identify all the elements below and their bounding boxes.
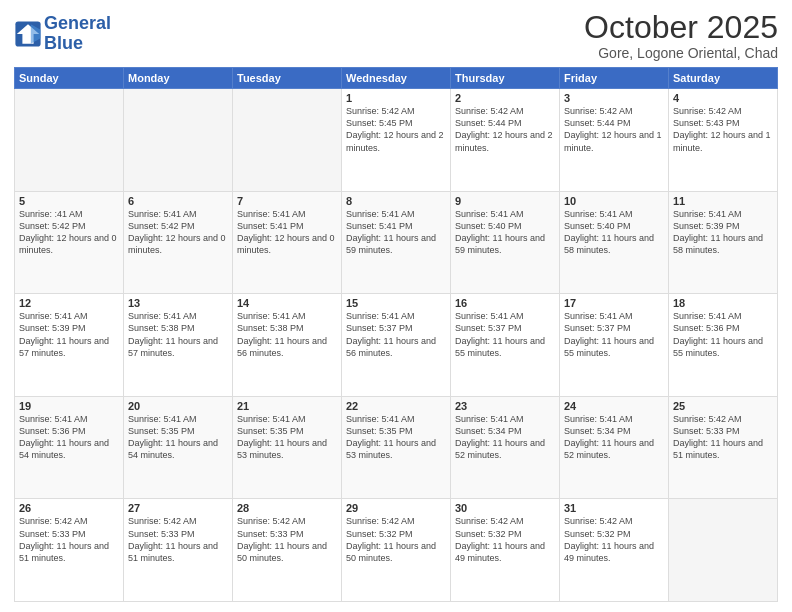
day-number: 13 [128, 297, 228, 309]
calendar-cell: 15Sunrise: 5:41 AMSunset: 5:37 PMDayligh… [342, 294, 451, 397]
day-info: Sunrise: 5:42 AMSunset: 5:43 PMDaylight:… [673, 105, 773, 154]
day-info: Sunrise: 5:41 AMSunset: 5:34 PMDaylight:… [564, 413, 664, 462]
location-title: Gore, Logone Oriental, Chad [584, 45, 778, 61]
calendar-cell: 22Sunrise: 5:41 AMSunset: 5:35 PMDayligh… [342, 396, 451, 499]
calendar-body: 1Sunrise: 5:42 AMSunset: 5:45 PMDaylight… [15, 89, 778, 602]
day-info: Sunrise: 5:42 AMSunset: 5:33 PMDaylight:… [19, 515, 119, 564]
calendar-week-5: 26Sunrise: 5:42 AMSunset: 5:33 PMDayligh… [15, 499, 778, 602]
calendar-cell: 6Sunrise: 5:41 AMSunset: 5:42 PMDaylight… [124, 191, 233, 294]
calendar-cell: 16Sunrise: 5:41 AMSunset: 5:37 PMDayligh… [451, 294, 560, 397]
day-number: 19 [19, 400, 119, 412]
calendar-cell: 24Sunrise: 5:41 AMSunset: 5:34 PMDayligh… [560, 396, 669, 499]
weekday-wednesday: Wednesday [342, 68, 451, 89]
calendar-cell: 2Sunrise: 5:42 AMSunset: 5:44 PMDaylight… [451, 89, 560, 192]
day-info: Sunrise: 5:42 AMSunset: 5:44 PMDaylight:… [564, 105, 664, 154]
day-info: Sunrise: 5:41 AMSunset: 5:37 PMDaylight:… [346, 310, 446, 359]
calendar-cell: 12Sunrise: 5:41 AMSunset: 5:39 PMDayligh… [15, 294, 124, 397]
day-info: Sunrise: 5:41 AMSunset: 5:42 PMDaylight:… [128, 208, 228, 257]
calendar-cell: 3Sunrise: 5:42 AMSunset: 5:44 PMDaylight… [560, 89, 669, 192]
calendar-cell [233, 89, 342, 192]
calendar-cell: 20Sunrise: 5:41 AMSunset: 5:35 PMDayligh… [124, 396, 233, 499]
logo-icon [14, 20, 42, 48]
calendar-cell: 10Sunrise: 5:41 AMSunset: 5:40 PMDayligh… [560, 191, 669, 294]
day-info: Sunrise: 5:42 AMSunset: 5:32 PMDaylight:… [564, 515, 664, 564]
calendar-cell: 26Sunrise: 5:42 AMSunset: 5:33 PMDayligh… [15, 499, 124, 602]
day-info: Sunrise: 5:41 AMSunset: 5:38 PMDaylight:… [237, 310, 337, 359]
day-info: Sunrise: 5:42 AMSunset: 5:33 PMDaylight:… [237, 515, 337, 564]
day-number: 9 [455, 195, 555, 207]
day-number: 31 [564, 502, 664, 514]
calendar-week-3: 12Sunrise: 5:41 AMSunset: 5:39 PMDayligh… [15, 294, 778, 397]
calendar-cell: 14Sunrise: 5:41 AMSunset: 5:38 PMDayligh… [233, 294, 342, 397]
day-info: Sunrise: 5:41 AMSunset: 5:36 PMDaylight:… [19, 413, 119, 462]
day-number: 8 [346, 195, 446, 207]
calendar-cell: 13Sunrise: 5:41 AMSunset: 5:38 PMDayligh… [124, 294, 233, 397]
day-info: Sunrise: 5:41 AMSunset: 5:41 PMDaylight:… [346, 208, 446, 257]
calendar-cell: 4Sunrise: 5:42 AMSunset: 5:43 PMDaylight… [669, 89, 778, 192]
day-number: 16 [455, 297, 555, 309]
day-number: 27 [128, 502, 228, 514]
day-number: 25 [673, 400, 773, 412]
weekday-thursday: Thursday [451, 68, 560, 89]
weekday-header-row: SundayMondayTuesdayWednesdayThursdayFrid… [15, 68, 778, 89]
day-number: 12 [19, 297, 119, 309]
page: General Blue October 2025 Gore, Logone O… [0, 0, 792, 612]
calendar-cell: 18Sunrise: 5:41 AMSunset: 5:36 PMDayligh… [669, 294, 778, 397]
calendar-cell: 23Sunrise: 5:41 AMSunset: 5:34 PMDayligh… [451, 396, 560, 499]
day-number: 15 [346, 297, 446, 309]
calendar-cell: 17Sunrise: 5:41 AMSunset: 5:37 PMDayligh… [560, 294, 669, 397]
calendar-cell [15, 89, 124, 192]
day-number: 17 [564, 297, 664, 309]
day-number: 5 [19, 195, 119, 207]
calendar-table: SundayMondayTuesdayWednesdayThursdayFrid… [14, 67, 778, 602]
day-number: 30 [455, 502, 555, 514]
day-info: Sunrise: 5:41 AMSunset: 5:39 PMDaylight:… [19, 310, 119, 359]
day-number: 21 [237, 400, 337, 412]
calendar-cell [124, 89, 233, 192]
calendar-week-2: 5Sunrise: :41 AMSunset: 5:42 PMDaylight:… [15, 191, 778, 294]
day-number: 14 [237, 297, 337, 309]
day-info: Sunrise: 5:42 AMSunset: 5:32 PMDaylight:… [455, 515, 555, 564]
calendar-cell: 8Sunrise: 5:41 AMSunset: 5:41 PMDaylight… [342, 191, 451, 294]
day-info: Sunrise: 5:41 AMSunset: 5:37 PMDaylight:… [564, 310, 664, 359]
calendar-cell: 1Sunrise: 5:42 AMSunset: 5:45 PMDaylight… [342, 89, 451, 192]
day-number: 2 [455, 92, 555, 104]
calendar-cell: 27Sunrise: 5:42 AMSunset: 5:33 PMDayligh… [124, 499, 233, 602]
day-number: 18 [673, 297, 773, 309]
header: General Blue October 2025 Gore, Logone O… [14, 10, 778, 61]
day-info: Sunrise: 5:41 AMSunset: 5:38 PMDaylight:… [128, 310, 228, 359]
calendar-cell: 11Sunrise: 5:41 AMSunset: 5:39 PMDayligh… [669, 191, 778, 294]
day-number: 23 [455, 400, 555, 412]
day-info: Sunrise: 5:41 AMSunset: 5:41 PMDaylight:… [237, 208, 337, 257]
day-info: Sunrise: 5:41 AMSunset: 5:36 PMDaylight:… [673, 310, 773, 359]
calendar-cell: 30Sunrise: 5:42 AMSunset: 5:32 PMDayligh… [451, 499, 560, 602]
day-number: 29 [346, 502, 446, 514]
day-info: Sunrise: 5:41 AMSunset: 5:34 PMDaylight:… [455, 413, 555, 462]
weekday-sunday: Sunday [15, 68, 124, 89]
day-info: Sunrise: 5:41 AMSunset: 5:35 PMDaylight:… [237, 413, 337, 462]
day-info: Sunrise: 5:42 AMSunset: 5:32 PMDaylight:… [346, 515, 446, 564]
weekday-saturday: Saturday [669, 68, 778, 89]
calendar-cell [669, 499, 778, 602]
weekday-monday: Monday [124, 68, 233, 89]
day-number: 11 [673, 195, 773, 207]
calendar-cell: 21Sunrise: 5:41 AMSunset: 5:35 PMDayligh… [233, 396, 342, 499]
calendar-week-1: 1Sunrise: 5:42 AMSunset: 5:45 PMDaylight… [15, 89, 778, 192]
calendar-cell: 25Sunrise: 5:42 AMSunset: 5:33 PMDayligh… [669, 396, 778, 499]
calendar-cell: 7Sunrise: 5:41 AMSunset: 5:41 PMDaylight… [233, 191, 342, 294]
calendar-cell: 28Sunrise: 5:42 AMSunset: 5:33 PMDayligh… [233, 499, 342, 602]
day-info: Sunrise: 5:41 AMSunset: 5:40 PMDaylight:… [564, 208, 664, 257]
title-block: October 2025 Gore, Logone Oriental, Chad [584, 10, 778, 61]
calendar-header: SundayMondayTuesdayWednesdayThursdayFrid… [15, 68, 778, 89]
weekday-friday: Friday [560, 68, 669, 89]
day-number: 22 [346, 400, 446, 412]
logo: General Blue [14, 14, 111, 54]
day-number: 24 [564, 400, 664, 412]
day-info: Sunrise: 5:42 AMSunset: 5:33 PMDaylight:… [128, 515, 228, 564]
day-number: 4 [673, 92, 773, 104]
day-number: 1 [346, 92, 446, 104]
weekday-tuesday: Tuesday [233, 68, 342, 89]
calendar-cell: 5Sunrise: :41 AMSunset: 5:42 PMDaylight:… [15, 191, 124, 294]
day-number: 10 [564, 195, 664, 207]
calendar-cell: 31Sunrise: 5:42 AMSunset: 5:32 PMDayligh… [560, 499, 669, 602]
